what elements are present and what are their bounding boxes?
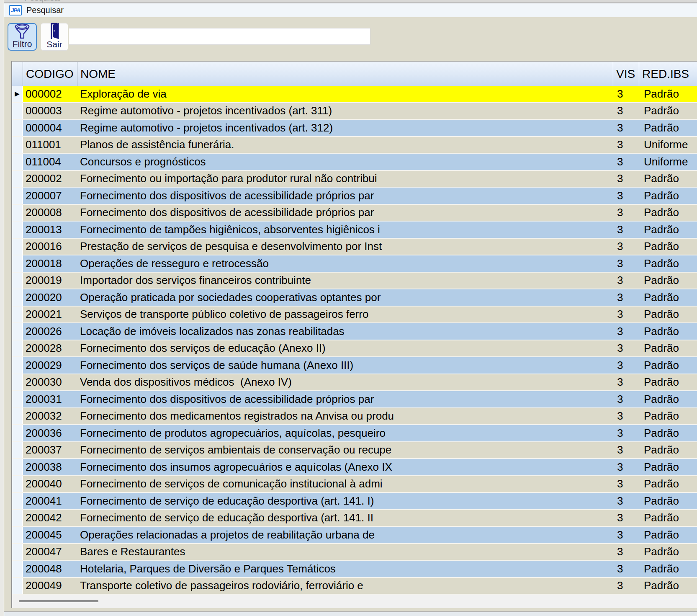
table-row[interactable]: 200020 Operação praticada por sociedades… [12, 289, 697, 307]
codigo-cell: 200040 [23, 476, 77, 492]
vis-cell: 3 [613, 391, 639, 407]
row-indicator-cell [12, 527, 23, 543]
codigo-cell: 011001 [23, 137, 77, 153]
column-header-codigo[interactable]: CODIGO [23, 62, 77, 86]
table-row[interactable]: 200040 Fornecimento de serviços de comun… [12, 476, 697, 493]
nome-cell: Planos de assistência funerária. [77, 137, 613, 153]
redibs-cell: Padrão [639, 222, 697, 238]
row-indicator-cell [12, 188, 23, 204]
vis-cell: 3 [613, 120, 639, 136]
vis-cell: 3 [613, 374, 639, 391]
filtro-label: Filtro [13, 39, 32, 49]
horizontal-scrollbar-thumb[interactable] [19, 600, 98, 602]
row-indicator-cell [12, 120, 23, 136]
horizontal-scrollbar[interactable] [12, 595, 697, 608]
row-indicator-cell [12, 222, 23, 238]
row-indicator-cell [12, 205, 23, 221]
row-indicator-cell [12, 289, 23, 306]
nome-cell: Exploração de via [77, 86, 613, 102]
table-row[interactable]: 200038 Fornecimento dos insumos agropecu… [12, 459, 697, 476]
column-header-nome[interactable]: NOME [77, 62, 613, 86]
redibs-cell: Padrão [639, 171, 697, 187]
redibs-cell: Padrão [639, 86, 697, 102]
redibs-cell: Padrão [639, 255, 697, 272]
vis-cell: 3 [613, 239, 639, 255]
table-row[interactable]: 200008 Fornecimento dos dispositivos de … [12, 205, 697, 222]
table-row[interactable]: 200047 Bares e Restaurantes 3 Padrão [12, 544, 697, 561]
sair-button[interactable]: Sair [41, 23, 68, 51]
row-indicator-cell [12, 154, 23, 170]
table-row[interactable]: 200007 Fornecimento dos dispositivos de … [12, 188, 697, 205]
table-row[interactable]: 200045 Operações relacionadas a projetos… [12, 527, 697, 544]
codigo-cell: 200019 [23, 273, 77, 289]
table-row[interactable]: 200013 Fornecimento de tampões higiênico… [12, 222, 697, 239]
table-row[interactable]: 200019 Importador dos serviços financeir… [12, 273, 697, 290]
nome-cell: Importador dos serviços financeiros cont… [77, 273, 613, 289]
nome-cell: Fornecimento de serviços de comunicação … [77, 476, 613, 492]
table-row[interactable]: 200029 Fornecimento dos serviços de saúd… [12, 357, 697, 374]
redibs-cell: Padrão [639, 307, 697, 323]
redibs-cell: Padrão [639, 374, 697, 391]
grid-header: CODIGO NOME VIS RED.IBS [12, 62, 697, 86]
vis-cell: 3 [613, 171, 639, 187]
table-row[interactable]: ▶ 000002 Exploração de via 3 Padrão [12, 86, 697, 103]
redibs-cell: Padrão [639, 561, 697, 577]
redibs-cell: Padrão [639, 425, 697, 441]
table-row[interactable]: 011001 Planos de assistência funerária. … [12, 137, 697, 154]
redibs-cell: Padrão [639, 205, 697, 221]
codigo-cell: 200029 [23, 357, 77, 374]
row-indicator-cell [12, 408, 23, 425]
vis-cell: 3 [613, 103, 639, 119]
table-row[interactable]: 200002 Fornecimento ou importação para p… [12, 171, 697, 188]
door-icon [47, 22, 62, 39]
table-row[interactable]: 200031 Fornecimento dos dispositivos de … [12, 391, 697, 408]
row-indicator-cell [12, 578, 23, 594]
nome-cell: Fornecimento de serviço de educação desp… [77, 493, 613, 509]
codigo-cell: 200049 [23, 578, 77, 594]
column-header-redibs[interactable]: RED.IBS [639, 62, 697, 86]
nome-cell: Concursos e prognósticos [77, 154, 613, 170]
column-header-vis[interactable]: VIS [613, 62, 639, 86]
codigo-cell: 000002 [23, 86, 77, 102]
vis-cell: 3 [613, 86, 639, 102]
table-row[interactable]: 200018 Operações de resseguro e retroces… [12, 255, 697, 273]
vis-cell: 3 [613, 561, 639, 577]
table-row[interactable]: 200026 Locação de imóveis localizados na… [12, 323, 697, 340]
redibs-cell: Padrão [639, 391, 697, 407]
nome-cell: Fornecimento de produtos agropecuários, … [77, 425, 613, 441]
vis-cell: 3 [613, 476, 639, 492]
codigo-cell: 200016 [23, 239, 77, 255]
nome-cell: Regime automotivo - projetos incentivado… [77, 120, 613, 136]
vis-cell: 3 [613, 357, 639, 374]
row-indicator-cell [12, 425, 23, 441]
row-indicator-cell [12, 459, 23, 475]
table-row[interactable]: 000004 Regime automotivo - projetos ince… [12, 120, 697, 137]
nome-cell: Bares e Restaurantes [77, 544, 613, 560]
table-row[interactable]: 011004 Concursos e prognósticos 3 Unifor… [12, 154, 697, 171]
table-row[interactable]: 200030 Venda dos dispositivos médicos (A… [12, 374, 697, 392]
table-row[interactable]: 200016 Prestação de serviços de pesquisa… [12, 239, 697, 256]
codigo-cell: 000003 [23, 103, 77, 119]
table-row[interactable]: 200032 Fornecimento dos medicamentos reg… [12, 408, 697, 425]
nome-cell: Fornecimento de tampões higiênicos, abso… [77, 222, 613, 238]
codigo-cell: 200021 [23, 307, 77, 323]
table-row[interactable]: 000003 Regime automotivo - projetos ince… [12, 103, 697, 120]
search-input[interactable] [69, 28, 370, 45]
sair-label: Sair [46, 39, 62, 49]
table-row[interactable]: 200021 Serviços de transporte público co… [12, 307, 697, 324]
table-row[interactable]: 200028 Fornecimento dos serviços de educ… [12, 340, 697, 358]
table-row[interactable]: 200048 Hotelaria, Parques de Diversão e … [12, 561, 697, 578]
nome-cell: Fornecimento dos serviços de educação (A… [77, 340, 613, 357]
table-row[interactable]: 200036 Fornecimento de produtos agropecu… [12, 425, 697, 442]
table-row[interactable]: 200037 Fornecimento de serviços ambienta… [12, 442, 697, 459]
table-row[interactable]: 200049 Transporte coletivo de passageiro… [12, 578, 697, 595]
table-row[interactable]: 200041 Fornecimento de serviço de educaç… [12, 493, 697, 510]
nome-cell: Fornecimento ou importação para produtor… [77, 171, 613, 187]
codigo-cell: 200026 [23, 323, 77, 340]
table-row[interactable]: 200042 Fornecimento de serviço de educaç… [12, 510, 697, 527]
codigo-cell: 200041 [23, 493, 77, 509]
redibs-cell: Padrão [639, 442, 697, 459]
filtro-button[interactable]: Filtro [8, 23, 37, 51]
redibs-cell: Padrão [639, 493, 697, 509]
vis-cell: 3 [613, 442, 639, 459]
